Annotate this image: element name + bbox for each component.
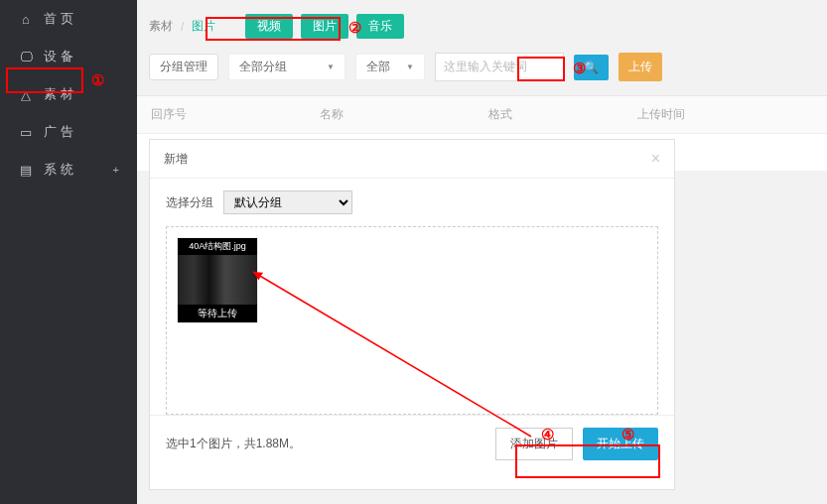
drop-zone[interactable]: 40A结构图.jpg 等待上传 xyxy=(166,226,658,415)
thumb-preview xyxy=(178,255,257,305)
nav-label: 素 材 xyxy=(44,85,73,103)
select-group-label: 选择分组 xyxy=(166,194,213,211)
material-icon: △ xyxy=(18,87,34,102)
modal-footer: 选中1个图片，共1.88M。 添加图片 开始上传 xyxy=(150,415,674,472)
file-thumb[interactable]: 40A结构图.jpg 等待上传 xyxy=(177,237,258,323)
sidebar: ⌂ 首 页 🖵 设 备 △ 素 材 ▭ 广 告 ▤ 系 统 + xyxy=(0,0,137,504)
add-image-button[interactable]: 添加图片 xyxy=(495,428,573,460)
crumb-current: 图片 xyxy=(192,18,215,35)
modal-group-row: 选择分组 默认分组 xyxy=(150,179,674,226)
home-icon: ⌂ xyxy=(18,12,34,27)
modal-title: 新增 xyxy=(164,151,188,168)
nav-label: 首 页 xyxy=(44,10,73,28)
close-icon[interactable]: × xyxy=(651,150,660,168)
nav-device[interactable]: 🖵 设 备 xyxy=(0,38,137,75)
upload-modal: 新增 × 选择分组 默认分组 40A结构图.jpg 等待上传 选中1个图片，共1… xyxy=(149,139,675,490)
breadcrumb: 素材 / 图片 视频 图片 音乐 xyxy=(137,0,827,49)
expand-icon: + xyxy=(113,164,119,176)
nav-label: 广 告 xyxy=(44,123,73,141)
tab-video[interactable]: 视频 xyxy=(245,14,293,39)
nav-ads[interactable]: ▭ 广 告 xyxy=(0,113,137,151)
nav-label: 设 备 xyxy=(44,48,73,65)
start-upload-button[interactable]: 开始上传 xyxy=(583,428,658,460)
crumb-sep: / xyxy=(181,20,184,34)
search-input[interactable]: 这里输入关键词 xyxy=(435,53,564,81)
table-header: 回序号 名称 格式 上传时间 xyxy=(137,96,827,134)
caret-icon: ▼ xyxy=(327,63,335,71)
upload-button[interactable]: 上传 xyxy=(619,53,662,81)
group-select[interactable]: 全部分组 ▼ xyxy=(228,54,345,80)
nav-system[interactable]: ▤ 系 统 + xyxy=(0,151,137,189)
tab-image[interactable]: 图片 xyxy=(301,14,348,39)
type-select[interactable]: 全部 ▼ xyxy=(355,54,425,80)
ads-icon: ▭ xyxy=(18,125,34,140)
crumb-root[interactable]: 素材 xyxy=(149,18,173,35)
modal-header: 新增 × xyxy=(150,140,674,179)
file-status: 等待上传 xyxy=(178,305,257,322)
col-seq: 回序号 xyxy=(151,106,320,123)
group-manage-button[interactable]: 分组管理 xyxy=(149,54,218,80)
tab-audio[interactable]: 音乐 xyxy=(356,14,404,39)
caret-icon: ▼ xyxy=(406,63,414,71)
group-select-modal[interactable]: 默认分组 xyxy=(223,190,352,214)
toolbar: 分组管理 全部分组 ▼ 全部 ▼ 这里输入关键词 🔍 上传 xyxy=(137,49,827,96)
search-icon: 🔍 xyxy=(584,61,599,74)
col-format: 格式 xyxy=(488,106,637,123)
select-value: 全部分组 xyxy=(239,59,287,75)
select-value: 全部 xyxy=(366,59,390,75)
nav-material[interactable]: △ 素 材 xyxy=(0,75,137,113)
nav-label: 系 统 xyxy=(44,161,73,179)
search-button[interactable]: 🔍 xyxy=(574,55,609,80)
file-name: 40A结构图.jpg xyxy=(178,238,257,255)
device-icon: 🖵 xyxy=(18,50,34,64)
selection-summary: 选中1个图片，共1.88M。 xyxy=(166,436,301,452)
col-name: 名称 xyxy=(320,106,488,123)
nav-home[interactable]: ⌂ 首 页 xyxy=(0,0,137,38)
col-time: 上传时间 xyxy=(637,106,685,123)
system-icon: ▤ xyxy=(18,163,34,178)
